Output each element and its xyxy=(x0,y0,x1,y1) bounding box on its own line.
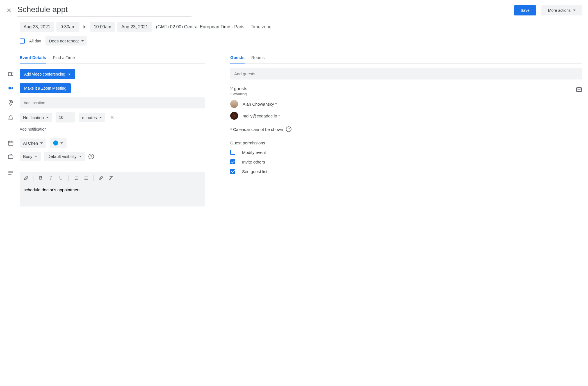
divider xyxy=(93,175,94,181)
color-swatch xyxy=(53,140,58,146)
link-icon[interactable] xyxy=(98,175,104,181)
bold-icon[interactable]: B xyxy=(38,175,44,181)
right-column: Guests Rooms 2 guests 2 awaiting Alan Ch… xyxy=(230,55,582,207)
briefcase-icon xyxy=(7,153,14,160)
description-textarea[interactable] xyxy=(20,184,205,206)
end-time-chip[interactable]: 10:00am xyxy=(90,22,115,32)
chevron-down-icon xyxy=(81,40,84,42)
bullet-list-icon[interactable] xyxy=(83,175,89,181)
end-date-chip[interactable]: Aug 23, 2021 xyxy=(117,22,152,32)
chevron-down-icon xyxy=(35,156,37,157)
visibility-label: Default visibility xyxy=(47,154,76,159)
notification-unit-dropdown[interactable]: minutes xyxy=(79,113,105,122)
datetime-row: Aug 23, 2021 9:30am to 10:00am Aug 23, 2… xyxy=(20,22,582,32)
see-guest-list-label: See guest list xyxy=(242,169,267,174)
italic-icon[interactable]: I xyxy=(48,175,54,181)
avatar xyxy=(230,112,238,120)
calendar-cannot-be-shown: * Calendar cannot be shown xyxy=(230,127,283,132)
add-video-conferencing-button[interactable]: Add video conferencing xyxy=(20,69,75,79)
event-title-input[interactable] xyxy=(17,4,192,17)
busy-dropdown[interactable]: Busy xyxy=(20,152,41,161)
more-actions-button[interactable]: More actions xyxy=(541,5,582,15)
email-guests-icon[interactable] xyxy=(576,86,582,93)
timezone-link[interactable]: Time zone xyxy=(251,24,272,29)
guest-name: molly@codadoc.io * xyxy=(243,113,280,118)
location-icon xyxy=(7,99,14,106)
zoom-label: Make it a Zoom Meeting xyxy=(24,86,66,90)
svg-point-4 xyxy=(84,178,85,178)
help-icon[interactable]: ? xyxy=(88,154,94,159)
right-tabs: Guests Rooms xyxy=(230,55,582,63)
numbered-list-icon[interactable] xyxy=(73,175,79,181)
clear-formatting-icon[interactable] xyxy=(108,175,114,181)
timezone-text: (GMT+02:00) Central European Time - Pari… xyxy=(156,24,244,29)
svg-rect-6 xyxy=(576,88,582,92)
calendar-icon xyxy=(7,140,14,146)
guest-awaiting: 2 awaiting xyxy=(230,92,247,96)
notification-type-label: Notification xyxy=(23,115,44,120)
close-icon[interactable] xyxy=(6,7,12,14)
tab-event-details[interactable]: Event Details xyxy=(20,55,46,63)
save-button[interactable]: Save xyxy=(514,5,536,15)
invite-others-checkbox[interactable] xyxy=(230,159,235,164)
tab-find-a-time[interactable]: Find a Time xyxy=(53,55,75,63)
svg-rect-1 xyxy=(8,141,13,146)
description-toolbar: B I U xyxy=(20,172,205,184)
guest-name: Alan Chowansky * xyxy=(243,102,277,106)
svg-rect-2 xyxy=(8,155,13,158)
chevron-down-icon xyxy=(60,142,63,144)
add-notification-link[interactable]: Add notification xyxy=(20,127,205,131)
modify-event-label: Modify event xyxy=(242,150,266,155)
tab-guests[interactable]: Guests xyxy=(230,55,245,63)
chevron-down-icon xyxy=(99,117,102,118)
attachment-icon[interactable] xyxy=(23,175,29,181)
guest-permissions-title: Guest permissions xyxy=(230,140,582,145)
svg-point-5 xyxy=(84,179,85,180)
visibility-dropdown[interactable]: Default visibility xyxy=(44,152,85,161)
color-dropdown[interactable] xyxy=(50,138,67,148)
chevron-down-icon xyxy=(573,10,576,11)
guest-item[interactable]: molly@codadoc.io * xyxy=(230,112,582,120)
divider xyxy=(68,175,69,181)
modify-event-checkbox[interactable] xyxy=(230,150,235,155)
make-zoom-meeting-button[interactable]: Make it a Zoom Meeting xyxy=(20,83,71,93)
repeat-label: Does not repeat xyxy=(49,38,79,43)
chevron-down-icon xyxy=(68,74,71,75)
start-time-chip[interactable]: 9:30am xyxy=(56,22,79,32)
repeat-dropdown[interactable]: Does not repeat xyxy=(45,36,87,46)
video-icon xyxy=(7,71,14,78)
notification-type-dropdown[interactable]: Notification xyxy=(20,113,52,122)
chevron-down-icon xyxy=(40,142,43,144)
header: Save More actions xyxy=(6,4,582,17)
avatar xyxy=(230,100,238,108)
see-guest-list-checkbox[interactable] xyxy=(230,169,235,174)
guest-count: 2 guests xyxy=(230,86,247,91)
tab-rooms[interactable]: Rooms xyxy=(251,55,265,63)
notification-value-input[interactable] xyxy=(56,112,75,122)
zoom-icon xyxy=(7,85,14,92)
calendar-owner-dropdown[interactable]: Al Chen xyxy=(20,138,46,148)
allday-label: All day xyxy=(29,39,41,43)
add-guests-input[interactable] xyxy=(230,68,582,80)
svg-point-3 xyxy=(84,176,85,177)
allday-checkbox[interactable] xyxy=(20,38,25,44)
add-video-label: Add video conferencing xyxy=(24,72,65,76)
allday-row: All day Does not repeat xyxy=(20,36,582,46)
chevron-down-icon xyxy=(79,156,82,157)
help-icon[interactable]: ? xyxy=(286,126,291,132)
left-tabs: Event Details Find a Time xyxy=(20,55,205,63)
notification-unit-label: minutes xyxy=(82,115,97,120)
remove-notification-button[interactable] xyxy=(109,114,115,121)
guest-item[interactable]: Alan Chowansky * xyxy=(230,100,582,108)
start-date-chip[interactable]: Aug 23, 2021 xyxy=(20,22,54,32)
location-input[interactable] xyxy=(20,97,205,108)
busy-label: Busy xyxy=(23,154,32,159)
to-label: to xyxy=(82,24,88,29)
calendar-owner-label: Al Chen xyxy=(23,141,38,146)
svg-point-0 xyxy=(10,101,12,103)
more-actions-label: More actions xyxy=(548,8,571,13)
divider xyxy=(33,175,33,181)
chevron-down-icon xyxy=(46,117,49,118)
underline-icon[interactable]: U xyxy=(58,175,64,181)
description-icon xyxy=(7,169,14,176)
